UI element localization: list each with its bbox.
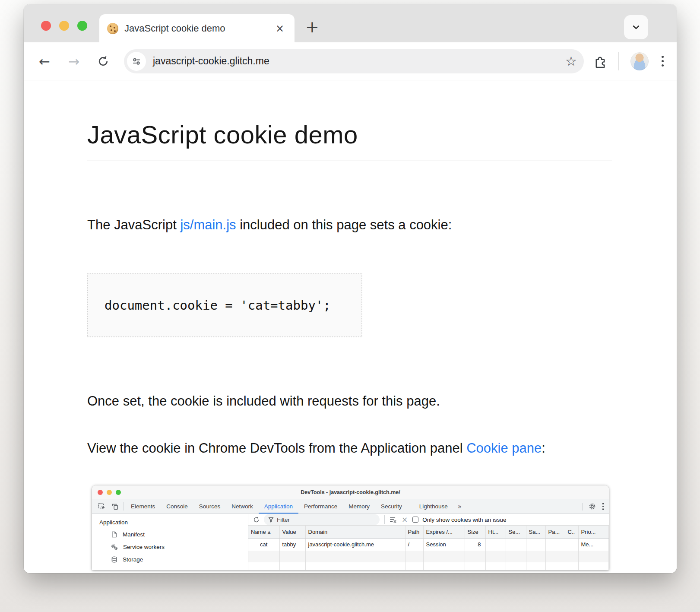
clear-filter-icon — [390, 516, 397, 523]
issue-only-checkbox — [412, 517, 418, 523]
devtools-tab-network: Network — [226, 499, 259, 514]
device-toolbar-icon — [108, 499, 121, 514]
tune-icon — [132, 57, 141, 66]
sidebar-section-application: Application — [92, 517, 248, 528]
main-js-link[interactable]: js/main.js — [180, 217, 236, 232]
devtools-cookies-pane: × Only show cookies with an issue Name▲ … — [248, 514, 609, 570]
service-workers-icon — [111, 544, 118, 551]
back-button[interactable]: ← — [35, 52, 54, 71]
heading-rule — [87, 161, 612, 161]
devtools-sidebar: Application Manifest Service workers Sto… — [92, 514, 248, 570]
view-text-post: : — [542, 441, 545, 456]
chevron-down-icon — [631, 22, 641, 32]
intro-text-pre: The JavaScript — [87, 217, 180, 232]
devtools-menu-icon — [601, 501, 606, 512]
cookie-favicon-icon — [107, 23, 118, 34]
filter-input — [277, 517, 363, 523]
forward-button: → — [64, 52, 83, 71]
toolbar-divider — [618, 52, 619, 70]
browser-window: JavaScript cookie demo × + ← → javascrip… — [24, 4, 677, 573]
bookmark-star-icon[interactable]: ☆ — [565, 55, 577, 68]
sidebar-item-service-workers: Service workers — [92, 541, 248, 553]
cookie-table-header: Name▲ Value Domain Path Expires /... Siz… — [248, 526, 609, 538]
cookie-table: Name▲ Value Domain Path Expires /... Siz… — [248, 526, 609, 570]
cookies-reload-icon — [253, 516, 260, 523]
view-text-pre: View the cookie in Chrome DevTools from … — [87, 441, 466, 456]
devtools-titlebar: DevTools - javascript-cookie.glitch.me/ — [92, 485, 609, 499]
delete-cookie-icon: × — [401, 515, 409, 524]
devtools-tab-application: Application — [259, 499, 298, 514]
devtools-tab-sources: Sources — [193, 499, 226, 514]
page-content: JavaScript cookie demo The JavaScript js… — [24, 120, 677, 570]
cookie-table-empty-row — [248, 562, 609, 570]
once-set-paragraph: Once set, the cookie is included with re… — [87, 390, 612, 412]
tab-search-button[interactable] — [624, 15, 648, 39]
close-tab-icon[interactable]: × — [273, 22, 287, 35]
devtools-tab-lighthouse: Lighthouse — [414, 499, 453, 514]
zoom-window-button[interactable] — [77, 21, 87, 31]
new-tab-button[interactable]: + — [301, 17, 323, 36]
devtools-tab-elements: Elements — [125, 499, 161, 514]
cookie-pane-link[interactable]: Cookie pane — [466, 441, 542, 456]
sort-asc-icon: ▲ — [268, 530, 271, 534]
toolbar-right — [593, 52, 665, 70]
profile-avatar[interactable] — [630, 52, 649, 70]
site-settings-button[interactable] — [127, 52, 146, 71]
view-cookie-paragraph: View the cookie in Chrome DevTools from … — [87, 437, 612, 460]
browser-tab[interactable]: JavaScript cookie demo × — [99, 14, 295, 42]
manifest-file-icon — [111, 531, 117, 538]
tab-title: JavaScript cookie demo — [124, 23, 273, 34]
storage-database-icon — [111, 556, 117, 563]
window-controls — [41, 21, 87, 31]
address-bar[interactable]: javascript-cookie.glitch.me ☆ — [124, 49, 584, 73]
cookies-filter-bar: × Only show cookies with an issue — [248, 514, 609, 526]
code-snippet: document.cookie = 'cat=tabby'; — [105, 298, 331, 313]
close-window-button[interactable] — [41, 21, 51, 31]
cookie-table-empty-row — [248, 551, 609, 562]
intro-paragraph: The JavaScript js/main.js included on th… — [87, 214, 612, 236]
browser-toolbar: ← → javascript-cookie.glitch.me ☆ — [24, 42, 677, 80]
cookie-row-cat: cat tabby javascript-cookie.glitch.me / … — [248, 538, 609, 551]
devtools-title: DevTools - javascript-cookie.glitch.me/ — [301, 489, 400, 495]
devtools-tab-performance: Performance — [298, 499, 343, 514]
browser-menu-button[interactable] — [660, 54, 665, 68]
devtools-tab-security: Security — [375, 499, 408, 514]
devtools-tab-console: Console — [161, 499, 193, 514]
devtools-tabbar: Elements Console Sources Network Applica… — [92, 499, 609, 514]
intro-text-post: included on this page sets a cookie: — [236, 217, 452, 232]
minimize-window-button[interactable] — [59, 21, 69, 31]
issue-only-label: Only show cookies with an issue — [422, 517, 506, 523]
inspect-element-icon — [95, 499, 108, 514]
devtools-tab-memory: Memory — [343, 499, 375, 514]
code-block: document.cookie = 'cat=tabby'; — [87, 273, 362, 337]
sidebar-item-manifest: Manifest — [92, 528, 248, 541]
url-text[interactable]: javascript-cookie.glitch.me — [153, 55, 565, 67]
filter-funnel-icon — [268, 517, 274, 523]
devtools-window-controls — [98, 490, 121, 495]
devtools-screenshot: DevTools - javascript-cookie.glitch.me/ … — [92, 485, 609, 570]
page-title: JavaScript cookie demo — [87, 120, 612, 149]
reload-button[interactable] — [94, 52, 113, 71]
extensions-icon[interactable] — [593, 54, 607, 68]
more-tabs-icon: » — [453, 499, 466, 514]
tab-strip: JavaScript cookie demo × + — [24, 4, 677, 42]
reload-icon — [97, 55, 110, 68]
cookies-filter-field — [264, 514, 380, 525]
devtools-settings-gear-icon — [586, 503, 599, 510]
sidebar-item-storage: Storage — [92, 553, 248, 566]
